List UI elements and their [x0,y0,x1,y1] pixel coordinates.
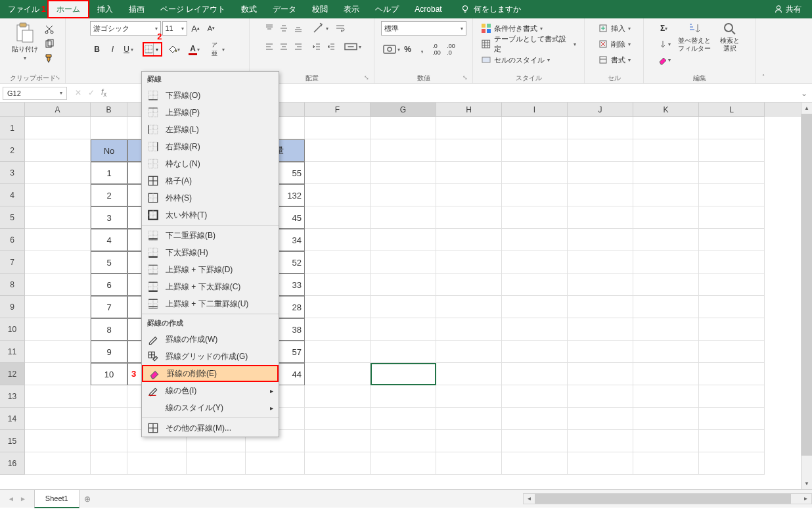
delete-cells-button[interactable]: 削除▾ [595,37,633,51]
clipboard-launcher[interactable]: ⤡ [55,74,63,82]
align-center-button[interactable] [277,39,291,54]
tab-data[interactable]: データ [265,0,304,18]
cut-button[interactable] [43,24,55,36]
tab-acrobat[interactable]: Acrobat [407,0,449,18]
row-header[interactable]: 8 [0,274,25,296]
insert-cells-button[interactable]: 挿入▾ [595,21,633,36]
border-top-thick-bottom-item[interactable]: 上罫線 + 下太罫線(C) [142,278,279,295]
sheet-nav-prev[interactable]: ◄ [8,495,14,502]
tab-pagelayout[interactable]: ページ レイアウト [152,0,233,18]
shrink-font-button[interactable]: A▾ [204,21,219,36]
col-header-A[interactable]: A [25,103,91,117]
merge-button[interactable]: ▾ [342,39,362,54]
col-header-J[interactable]: J [568,103,633,117]
active-cell[interactable] [371,363,436,385]
align-right-button[interactable] [291,39,305,54]
scroll-up-button[interactable]: ▲ [801,103,812,114]
tell-me[interactable]: 何をしますか [450,0,529,18]
tab-help[interactable]: ヘルプ [367,0,407,18]
scroll-left-button[interactable]: ◄ [524,494,535,504]
row-header[interactable]: 11 [0,341,25,363]
border-right-item[interactable]: 右罫線(R) [142,138,279,155]
currency-button[interactable]: ▾ [381,42,401,57]
line-style-item[interactable]: 線のスタイル(Y)▸ [142,399,279,416]
align-middle-button[interactable] [277,21,291,36]
col-header-L[interactable]: L [699,103,765,117]
tab-draw[interactable]: 描画 [121,0,152,18]
name-box[interactable]: G12▾ [3,87,67,100]
cancel-formula-button[interactable]: ✕ [75,88,81,97]
tab-view[interactable]: 表示 [336,0,367,18]
draw-border-item[interactable]: 罫線の作成(W) [142,331,279,348]
tab-review[interactable]: 校閲 [304,0,336,18]
add-sheet-button[interactable]: ⊕ [79,494,95,504]
align-top-button[interactable] [262,21,277,36]
clear-button[interactable]: ▾ [657,53,671,67]
align-launcher[interactable]: ⤡ [364,74,372,82]
autosum-button[interactable]: Σ▾ [657,21,671,36]
accept-formula-button[interactable]: ✓ [88,88,95,97]
indent-dec-button[interactable] [309,39,324,54]
row-header[interactable]: 6 [0,229,25,251]
border-bottom-item[interactable]: 下罫線(O) [142,87,279,104]
align-bottom-button[interactable] [291,21,305,36]
tab-file[interactable]: ファイル1 [0,0,47,18]
dec-decimal-button[interactable]: .00.0 [444,42,459,57]
insert-fn-button[interactable]: fx [101,87,106,98]
border-left-item[interactable]: 左罫線(L) [142,121,279,138]
col-header-I[interactable]: I [502,103,568,117]
cond-format-button[interactable]: 条件付き書式▾ [478,21,579,36]
col-header-B[interactable]: B [91,103,127,117]
comma-button[interactable]: , [415,42,430,57]
collapse-ribbon-button[interactable]: ˄ [756,18,771,84]
format-painter-button[interactable] [43,53,55,64]
row-header[interactable]: 3 [0,162,25,184]
border-top-item[interactable]: 上罫線(P) [142,104,279,121]
row-header[interactable]: 13 [0,385,25,408]
italic-button[interactable]: I [106,42,120,57]
scroll-down-button[interactable]: ▼ [801,478,812,489]
border-top-double-bottom-item[interactable]: 上罫線 + 下二重罫線(U) [142,295,279,312]
format-cells-button[interactable]: 書式▾ [595,53,633,67]
more-borders-item[interactable]: その他の罫線(M)... [142,419,279,437]
wrap-text-button[interactable] [333,21,348,36]
cell-B2[interactable]: No [91,139,127,162]
row-header[interactable]: 2 [0,139,25,162]
border-button[interactable]: 2 ▾ [143,42,162,57]
border-bottom-thick-item[interactable]: 下太罫線(H) [142,244,279,261]
line-color-item[interactable]: 線の色(I)▸ [142,382,279,399]
border-bottom-double-item[interactable]: 下二重罫線(B) [142,227,279,244]
number-format-select[interactable]: 標準▾ [381,21,466,36]
font-size-select[interactable]: 11▾ [162,21,187,36]
inc-decimal-button[interactable]: .0.00 [430,42,444,57]
row-header[interactable]: 5 [0,206,25,229]
select-all-button[interactable] [0,103,25,117]
sort-filter-button[interactable]: 並べ替えとフィルター [675,21,713,53]
row-header[interactable]: 12 [0,363,25,385]
table-format-button[interactable]: テーブルとして書式設定▾ [478,37,579,51]
align-left-button[interactable] [262,39,277,54]
horizontal-scrollbar[interactable]: ◄ ► [523,493,812,504]
orientation-button[interactable]: ▾ [309,21,329,36]
tab-home[interactable]: ホーム [47,0,89,18]
col-header-F[interactable]: F [305,103,371,117]
sheet-nav-next[interactable]: ► [20,495,26,502]
draw-border-grid-item[interactable]: 罫線グリッドの作成(G) [142,348,279,365]
row-header[interactable]: 10 [0,318,25,341]
font-name-select[interactable]: 游ゴシック▾ [90,21,161,36]
scroll-right-button[interactable]: ► [800,494,811,504]
underline-button[interactable]: U▾ [122,42,136,57]
cell-style-button[interactable]: セルのスタイル▾ [478,53,579,67]
border-thick-outline-item[interactable]: 太い外枠(T) [142,206,279,224]
sheet-tab-1[interactable]: Sheet1 [34,490,79,508]
paste-button[interactable]: 貼り付け ▾ [11,21,39,62]
expand-formula-button[interactable]: ⌄ [796,89,812,98]
row-header[interactable]: 7 [0,251,25,274]
border-none-item[interactable]: 枠なし(N) [142,155,279,172]
vertical-scrollbar[interactable]: ▲ ▼ [801,103,812,489]
indent-inc-button[interactable] [324,39,338,54]
number-launcher[interactable]: ⤡ [462,74,470,82]
scroll-thumb-h[interactable] [535,494,791,504]
scroll-thumb-v[interactable] [801,114,812,456]
fill-button[interactable]: ▾ [657,37,671,51]
